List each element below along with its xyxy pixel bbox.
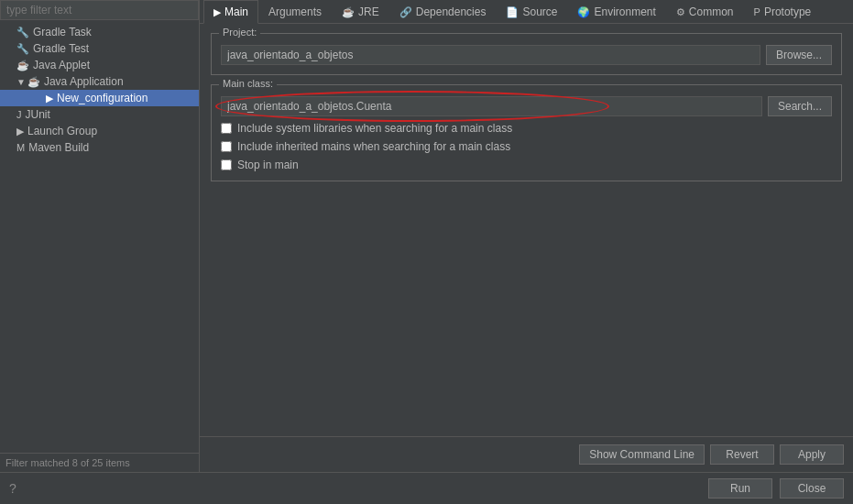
tree-icon-new-configuration: ▶: [46, 93, 53, 104]
tree-icon-maven-build: M: [16, 142, 25, 153]
tab-icon-common: ⚙: [676, 6, 685, 18]
tree-label-gradle-test: Gradle Test: [33, 42, 89, 55]
checkbox-include-inherited: Include inherited mains when searching f…: [221, 140, 832, 153]
tree-item-maven-build[interactable]: MMaven Build: [0, 139, 199, 156]
tree-item-gradle-test[interactable]: 🔧Gradle Test: [0, 40, 199, 57]
main-class-legend: Main class:: [219, 78, 277, 89]
tree-label-junit: JUnit: [26, 108, 50, 121]
include-system-checkbox[interactable]: [221, 123, 232, 134]
revert-button[interactable]: Revert: [710, 444, 774, 465]
tab-label-arguments: Arguments: [268, 5, 322, 18]
tab-arguments[interactable]: Arguments: [258, 0, 332, 23]
project-legend: Project:: [219, 27, 260, 38]
action-bar: Show Command Line Revert Apply: [200, 436, 853, 472]
tab-icon-environment: 🌍: [577, 6, 590, 18]
tree-item-gradle-task[interactable]: 🔧Gradle Task: [0, 24, 199, 40]
tab-icon-jre: ☕: [342, 6, 355, 18]
tree-label-launch-group: Launch Group: [27, 125, 97, 137]
run-button[interactable]: Run: [708, 478, 772, 499]
tab-main[interactable]: ▶Main: [203, 0, 258, 24]
tree-item-java-application[interactable]: ▼☕Java Application: [0, 73, 199, 90]
tab-icon-source: 📄: [506, 6, 519, 18]
tabs-bar: ▶MainArguments☕JRE🔗Dependencies📄Source🌍E…: [200, 0, 853, 24]
tree-footer: Filter matched 8 of 25 items: [0, 453, 199, 472]
tree-item-java-applet[interactable]: ☕Java Applet: [0, 57, 199, 73]
tab-label-source: Source: [522, 5, 557, 18]
tree-label-new-configuration: New_configuration: [57, 92, 148, 104]
checkbox-stop-in-main: Stop in main: [221, 159, 832, 171]
stop-in-main-label: Stop in main: [237, 159, 299, 171]
include-inherited-label: Include inherited mains when searching f…: [237, 140, 510, 153]
dialog-footer: ? Run Close: [0, 472, 853, 504]
tree-icon-java-application: ☕: [27, 76, 40, 88]
show-command-line-button[interactable]: Show Command Line: [579, 444, 705, 465]
tree-item-new-configuration[interactable]: ▶New_configuration: [0, 90, 199, 106]
tab-label-jre: JRE: [358, 5, 379, 18]
tab-label-dependencies: Dependencies: [416, 5, 487, 18]
tree-item-junit[interactable]: JJUnit: [0, 106, 199, 123]
tab-icon-dependencies: 🔗: [399, 6, 412, 18]
tree-label-gradle-task: Gradle Task: [33, 26, 92, 38]
tree-icon-launch-group: ▶: [16, 126, 24, 137]
apply-button[interactable]: Apply: [780, 444, 844, 465]
tree-icon-gradle-task: 🔧: [16, 27, 29, 38]
tab-environment[interactable]: 🌍Environment: [567, 0, 665, 23]
include-inherited-checkbox[interactable]: [221, 141, 232, 152]
left-panel: 🔧Gradle Task🔧Gradle Test☕Java Applet▼☕Ja…: [0, 0, 200, 472]
main-class-fieldset: Main class: Search... Include system lib…: [211, 84, 842, 181]
tree-label-java-application: Java Application: [44, 75, 124, 88]
tab-icon-prototype: P: [754, 6, 760, 17]
browse-button[interactable]: Browse...: [766, 45, 832, 65]
filter-input[interactable]: [0, 0, 199, 20]
main-class-input[interactable]: [221, 96, 762, 116]
main-class-content: Search... Include system libraries when …: [221, 96, 832, 171]
checkbox-include-system: Include system libraries when searching …: [221, 122, 832, 135]
project-input[interactable]: [221, 45, 760, 65]
tree-label-maven-build: Maven Build: [28, 141, 89, 154]
help-icon[interactable]: ?: [9, 481, 16, 496]
tree-icon-junit: J: [16, 109, 22, 120]
right-panel: ▶MainArguments☕JRE🔗Dependencies📄Source🌍E…: [200, 0, 853, 472]
tree-icon-java-applet: ☕: [16, 60, 29, 71]
tree-label-java-applet: Java Applet: [33, 59, 90, 71]
tab-common[interactable]: ⚙Common: [666, 0, 744, 23]
search-button[interactable]: Search...: [768, 96, 832, 116]
tab-label-main: Main: [224, 5, 248, 18]
main-class-row: Search...: [221, 96, 832, 116]
tree-icon-gradle-test: 🔧: [16, 43, 29, 55]
stop-in-main-checkbox[interactable]: [221, 159, 232, 170]
tab-label-prototype: Prototype: [764, 5, 811, 18]
tab-jre[interactable]: ☕JRE: [332, 0, 389, 23]
content-area: Project: Browse... Main class: Search...: [200, 24, 853, 436]
main-layout: 🔧Gradle Task🔧Gradle Test☕Java Applet▼☕Ja…: [0, 0, 853, 472]
tab-source[interactable]: 📄Source: [496, 0, 567, 23]
tab-icon-main: ▶: [213, 6, 221, 18]
tree-item-launch-group[interactable]: ▶Launch Group: [0, 123, 199, 139]
tree-area: 🔧Gradle Task🔧Gradle Test☕Java Applet▼☕Ja…: [0, 20, 199, 453]
project-fieldset: Project: Browse...: [211, 33, 842, 75]
tab-label-common: Common: [689, 5, 734, 18]
close-button[interactable]: Close: [780, 478, 844, 499]
tab-dependencies[interactable]: 🔗Dependencies: [389, 0, 497, 23]
project-row: Browse...: [221, 45, 832, 65]
tab-label-environment: Environment: [594, 5, 655, 18]
include-system-label: Include system libraries when searching …: [237, 122, 512, 135]
tab-prototype[interactable]: PPrototype: [744, 0, 822, 23]
